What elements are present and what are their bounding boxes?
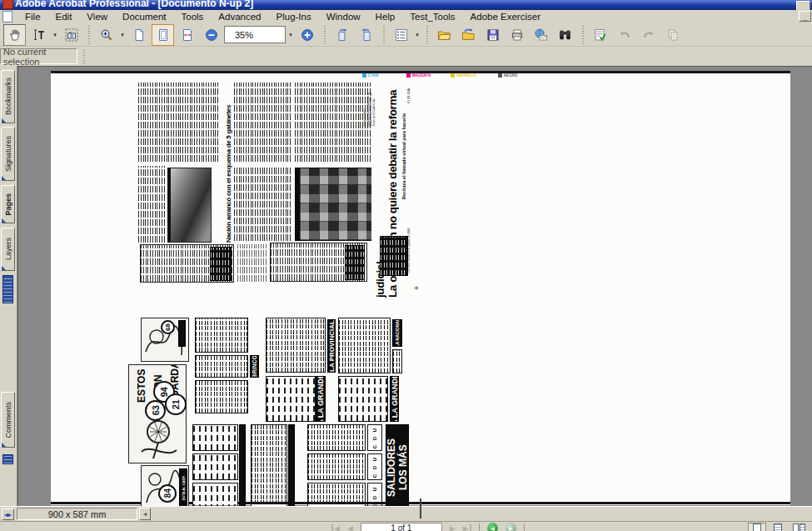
np1-article-badge — [210, 247, 232, 281]
tab-bookmarks[interactable]: Bookmarks — [1, 70, 15, 123]
zoom-out-button[interactable] — [200, 24, 222, 46]
numbered-list-button[interactable] — [390, 24, 412, 46]
facing-layout-button[interactable] — [790, 523, 808, 531]
child-minimize-button[interactable]: _ — [799, 11, 811, 22]
rotate-clockwise-button[interactable] — [331, 24, 353, 46]
copy-button[interactable] — [661, 24, 684, 46]
hand-tool-button[interactable] — [3, 24, 26, 46]
save-button[interactable] — [481, 24, 504, 46]
numbered-list-dropdown[interactable]: ▾ — [413, 25, 421, 45]
menu-test-tools[interactable]: Test_Tools — [402, 11, 462, 23]
continuous-icon — [774, 523, 782, 531]
menu-advanced[interactable]: Advanced — [211, 11, 268, 23]
single-page-layout-button[interactable] — [748, 523, 766, 531]
fit-page-button[interactable] — [152, 24, 174, 46]
tab-layers[interactable]: Layers — [1, 228, 15, 271]
menu-plugins[interactable]: Plug-Ins — [269, 11, 319, 23]
toolbar-grip[interactable] — [580, 26, 585, 44]
fit-page-icon — [157, 28, 170, 42]
np2-provincial-bar: LA PROVINCIAL — [327, 319, 336, 373]
np1-folio: 4 | EL DIA — [406, 81, 411, 103]
toolbar-grip[interactable] — [424, 26, 430, 44]
menu-view[interactable]: View — [79, 11, 115, 23]
first-page-button[interactable]: ◀ — [331, 524, 340, 531]
zoom-level-dropdown[interactable]: ▾ — [286, 25, 295, 45]
zoom-level-combo[interactable]: 35% — [224, 26, 286, 43]
lucky-number-circle: 21 — [165, 393, 187, 415]
undo-button[interactable] — [613, 24, 635, 46]
magnifier-plus-icon — [100, 28, 113, 42]
previous-page-button[interactable]: ◀ — [347, 524, 353, 531]
printer-icon — [511, 28, 524, 42]
menu-file[interactable]: File — [17, 11, 48, 23]
snapshot-camera-icon — [65, 28, 78, 42]
text-select-dropdown[interactable]: ▾ — [51, 25, 59, 45]
print-button[interactable] — [506, 24, 528, 46]
tab-comments[interactable]: Comments — [1, 392, 15, 448]
cyan-swatch-icon — [362, 73, 366, 78]
zoom-tool-button[interactable] — [95, 24, 117, 46]
np2-a-la-grande-grid — [338, 376, 388, 422]
actual-size-button[interactable] — [127, 24, 150, 46]
np1-boxed-article — [270, 243, 367, 282]
folder-arrow-icon — [461, 28, 476, 42]
text-select-tool-button[interactable] — [27, 24, 50, 46]
selection-bar-grip[interactable] — [82, 49, 87, 63]
email-button[interactable] — [530, 24, 552, 46]
tab-pages[interactable]: Pages — [1, 185, 15, 223]
np2-side-bar — [239, 424, 246, 511]
scroll-left-arrow[interactable]: ◂ — [139, 508, 151, 520]
redo-button[interactable] — [637, 24, 660, 46]
np2-a-la-grande-grid — [266, 376, 316, 422]
np1-text-columns — [234, 83, 291, 162]
pane-splitter-button[interactable]: ◂▸ — [2, 508, 14, 520]
tab-strip-handle-bottom[interactable] — [2, 454, 13, 464]
acrobat-app-icon — [2, 0, 13, 9]
next-page-button[interactable]: ▶ — [450, 524, 456, 531]
continuous-layout-button[interactable] — [769, 523, 787, 531]
organizer-button[interactable] — [457, 24, 480, 46]
snapshot-tool-button[interactable] — [60, 24, 82, 46]
toolbar-grip[interactable] — [86, 26, 92, 44]
menu-window[interactable]: Window — [319, 11, 368, 23]
tab-strip-handle[interactable] — [2, 275, 13, 303]
spellcheck-button[interactable] — [589, 24, 611, 46]
page-size-indicator: 900 x 587 mm — [17, 508, 137, 520]
facing-lines-icon — [800, 523, 805, 531]
next-view-button[interactable]: ▶ — [506, 523, 516, 531]
menu-help[interactable]: Help — [368, 11, 403, 23]
menu-tools[interactable]: Tools — [174, 11, 212, 23]
menu-adobe-exerciser[interactable]: Adobe Exerciser — [463, 11, 548, 23]
selection-bar: No current selection — [0, 47, 812, 66]
last-page-button[interactable]: ▶ — [463, 524, 471, 531]
search-button[interactable] — [554, 24, 576, 46]
zoom-in-button[interactable] — [296, 24, 318, 46]
minimize-button[interactable]: _ — [796, 1, 810, 10]
acrobat-window: { "window": { "title": "Adobe Acrobat Pr… — [0, 0, 812, 531]
np2-cdu-table — [307, 453, 366, 480]
open-button[interactable] — [433, 24, 456, 46]
document-window-icon[interactable] — [2, 11, 12, 23]
menu-document[interactable]: Document — [115, 11, 173, 23]
toolbar-grip[interactable] — [321, 26, 327, 44]
zoom-tool-dropdown[interactable]: ▾ — [118, 25, 127, 45]
regmark-yellow: AMARILLO — [451, 73, 476, 78]
tab-signatures[interactable]: Signatures — [1, 127, 15, 181]
menu-edit[interactable]: Edit — [48, 11, 80, 23]
np1-portrait-grid-photo — [295, 168, 371, 241]
page-number-field[interactable]: 1 of 1 — [361, 523, 442, 531]
numbered-list-icon — [395, 28, 408, 42]
rotate-counterclockwise-button[interactable] — [355, 24, 377, 46]
fit-width-button[interactable] — [176, 24, 198, 46]
previous-view-button[interactable]: ◀ — [487, 523, 498, 531]
np2-cartoon-top-bar — [178, 320, 186, 347]
undo-arrow-icon — [618, 28, 631, 42]
np2-results-table — [195, 380, 248, 413]
toolbar-grip[interactable] — [381, 26, 386, 44]
crop-mark-plus: + — [414, 283, 419, 293]
window-titlebar[interactable]: Adobe Acrobat Professional - [Documento … — [0, 0, 812, 10]
np1-text-columns — [234, 168, 291, 241]
yellow-swatch-icon — [451, 73, 455, 78]
np1-promo-black-box — [380, 236, 408, 276]
np1-text-columns — [295, 83, 371, 162]
